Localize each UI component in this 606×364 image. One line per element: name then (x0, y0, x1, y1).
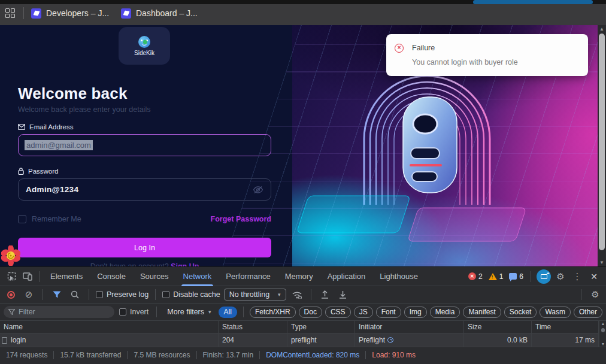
requests-count[interactable]: 174 requests (5, 351, 53, 359)
scroll-up-arrow[interactable]: ▲ (598, 26, 606, 32)
page-scrollbar[interactable]: ▲ ▼ (598, 25, 606, 266)
cell-type: preflight (287, 333, 355, 347)
pill-img[interactable]: Img (404, 307, 427, 318)
login-button[interactable]: Log In (18, 238, 271, 257)
resources-size: 7.5 MB resources (128, 351, 196, 359)
brand-logo-card: SideKik (119, 27, 170, 65)
network-conditions-icon[interactable] (290, 287, 304, 302)
pill-fetch-xhr[interactable]: Fetch/XHR (250, 307, 296, 318)
password-input[interactable]: Admin@1234 (18, 178, 271, 201)
warning-badge[interactable]: 1 (487, 272, 505, 281)
filter-input[interactable]: Filter (4, 306, 114, 318)
checkbox[interactable] (162, 291, 169, 298)
load-time: Load: 910 ms (366, 351, 422, 359)
remember-checkbox[interactable] (18, 215, 26, 223)
tab-overview-icon[interactable] (5, 8, 15, 18)
invert-checkbox[interactable]: Invert (119, 308, 149, 316)
tab-sources[interactable]: Sources (134, 267, 175, 286)
settings-gear-icon[interactable]: ⚙ (553, 269, 568, 284)
tab-title: Developers – J... (46, 8, 109, 18)
browser-tab-dashboard[interactable]: Dashboard – J... (121, 7, 198, 20)
tab-network[interactable]: Network (177, 267, 219, 286)
table-row[interactable]: login 204 preflight Preflight 0.0 kB 17 … (0, 333, 606, 347)
col-type[interactable]: Type (287, 321, 355, 333)
disable-cache-checkbox[interactable]: Disable cache (162, 290, 220, 299)
tab-lighthouse[interactable]: Lighthouse (373, 267, 425, 286)
more-filters-dropdown[interactable]: More filters ▾ (165, 308, 213, 316)
jira-favicon (31, 8, 41, 19)
tab-elements[interactable]: Elements (44, 267, 89, 286)
browser-tab-developers[interactable]: Developers – J... (31, 7, 109, 20)
cell-time: 17 ms (532, 333, 599, 347)
divider (156, 307, 157, 317)
cell-size: 0.0 kB (464, 333, 532, 347)
inspect-element-icon[interactable] (5, 269, 19, 284)
page-subtitle: Welcome back please enter your details (18, 105, 150, 114)
cell-name[interactable]: login (0, 333, 219, 347)
error-badge[interactable]: ✕ 2 (466, 272, 484, 281)
scrollbar-thumb[interactable] (601, 328, 605, 332)
pill-socket[interactable]: Socket (504, 307, 537, 318)
pill-doc[interactable]: Doc (299, 307, 322, 318)
chevron-down-icon: ▾ (208, 309, 211, 315)
kebab-menu-icon[interactable]: ⋮ (570, 269, 584, 284)
pill-font[interactable]: Font (376, 307, 401, 318)
device-mode-active-icon[interactable] (537, 269, 551, 284)
col-name[interactable]: Name (0, 321, 219, 333)
tab-application[interactable]: Application (321, 267, 372, 286)
clear-network-log-icon[interactable]: ⊘ (22, 287, 36, 302)
flower-extension-icon[interactable] (1, 245, 20, 266)
toast-title: Failure (412, 44, 435, 52)
cors-info-icon (387, 337, 393, 343)
tab-performance[interactable]: Performance (219, 267, 277, 286)
scroll-down-arrow[interactable]: ▼ (599, 342, 606, 346)
search-icon[interactable] (68, 287, 82, 302)
email-input[interactable]: admin@gmail.com (18, 134, 271, 156)
preserve-log-checkbox[interactable]: Preserve log (96, 290, 149, 299)
pill-media[interactable]: Media (430, 307, 460, 318)
network-settings-gear-icon[interactable]: ⚙ (588, 287, 602, 302)
scroll-down-arrow[interactable]: ▼ (598, 260, 606, 265)
error-icon: ✕ (468, 272, 476, 280)
pill-other[interactable]: Other (574, 307, 602, 318)
toast-notification[interactable]: ✕ Failure You cannot login with buyer ro… (386, 34, 588, 76)
transferred-size: 15.7 kB transferred (54, 351, 127, 359)
tab-console[interactable]: Console (90, 267, 132, 286)
scroll-up-arrow[interactable]: ▲ (599, 321, 606, 326)
scrollbar-thumb[interactable] (599, 34, 605, 250)
checkbox[interactable] (96, 291, 103, 298)
close-devtools-icon[interactable]: ✕ (587, 269, 601, 284)
export-har-icon[interactable] (336, 287, 350, 302)
lock-icon (18, 168, 24, 175)
divider (581, 289, 581, 300)
record-network-log-icon[interactable] (4, 287, 18, 302)
pill-wasm[interactable]: Wasm (540, 307, 571, 318)
import-har-icon[interactable] (318, 287, 332, 302)
pill-js[interactable]: JS (354, 307, 373, 318)
cell-initiator[interactable]: Preflight (355, 333, 464, 347)
forgot-password-link[interactable]: Forget Password (211, 215, 271, 223)
eye-off-icon[interactable] (253, 186, 263, 194)
remember-row: Remember Me Forget Password (18, 215, 271, 223)
col-status[interactable]: Status (219, 321, 287, 333)
filter-funnel-icon[interactable] (50, 287, 64, 302)
col-size[interactable]: Size (464, 321, 532, 333)
throttling-select[interactable]: No throttling ▾ (224, 289, 286, 301)
checkbox[interactable] (119, 308, 126, 316)
pill-manifest[interactable]: Manifest (463, 307, 501, 318)
divider (243, 307, 244, 317)
pill-all[interactable]: All (219, 307, 237, 318)
envelope-icon (18, 124, 25, 130)
tab-memory[interactable]: Memory (278, 267, 320, 286)
signup-link[interactable]: Sign Up (171, 262, 199, 266)
issues-badge[interactable]: 6 (507, 272, 525, 281)
divider (531, 271, 531, 282)
page-viewport: ✕ Failure You cannot login with buyer ro… (0, 25, 606, 266)
sidekik-logo-icon (138, 36, 150, 48)
col-time[interactable]: Time (532, 321, 599, 333)
pill-css[interactable]: CSS (325, 307, 351, 318)
col-initiator[interactable]: Initiator (355, 321, 464, 333)
device-toolbar-icon[interactable] (20, 269, 35, 284)
devtools-panel: Elements Console Sources Network Perform… (0, 266, 606, 364)
table-scrollbar[interactable]: ▲ ▼ (599, 321, 606, 347)
